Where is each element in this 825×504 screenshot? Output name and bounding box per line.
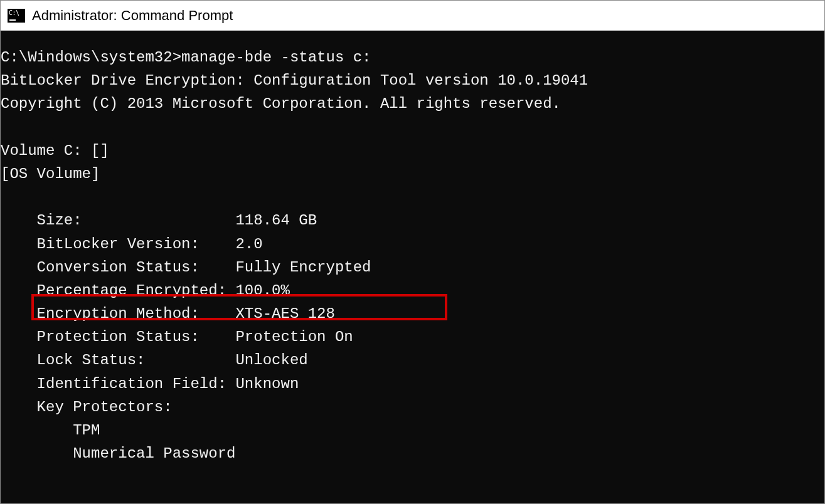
command-prompt-icon bbox=[7, 8, 26, 23]
prompt: C:\Windows\system32> bbox=[1, 49, 181, 66]
lock-status-label: Lock Status: bbox=[37, 352, 146, 369]
identification-field-value: Unknown bbox=[235, 375, 299, 392]
volume-type: [OS Volume] bbox=[1, 165, 100, 182]
protection-status-label: Protection Status: bbox=[37, 328, 200, 345]
conversion-status-label: Conversion Status: bbox=[37, 259, 200, 276]
key-protector-tpm: TPM bbox=[73, 422, 100, 439]
key-protectors-label: Key Protectors: bbox=[37, 399, 173, 416]
percentage-encrypted-value: 100.0% bbox=[235, 282, 289, 299]
bitlocker-version-label: BitLocker Version: bbox=[37, 236, 200, 253]
bitlocker-version-value: 2.0 bbox=[235, 236, 262, 253]
size-label: Size: bbox=[37, 212, 82, 229]
identification-field-label: Identification Field: bbox=[37, 375, 226, 392]
command-prompt-window: Administrator: Command Prompt C:\Windows… bbox=[0, 0, 825, 504]
terminal-output[interactable]: C:\Windows\system32>manage-bde -status c… bbox=[1, 31, 824, 503]
lock-status-value: Unlocked bbox=[235, 352, 307, 369]
encryption-method-label: Encryption Method: bbox=[37, 305, 200, 322]
output-header-1: BitLocker Drive Encryption: Configuratio… bbox=[1, 72, 588, 89]
window-title: Administrator: Command Prompt bbox=[32, 8, 233, 24]
protection-status-value: Protection On bbox=[235, 328, 353, 345]
percentage-encrypted-label: Percentage Encrypted: bbox=[37, 282, 226, 299]
volume-line: Volume C: [] bbox=[1, 142, 109, 159]
conversion-status-value: Fully Encrypted bbox=[235, 259, 371, 276]
titlebar[interactable]: Administrator: Command Prompt bbox=[1, 1, 824, 31]
key-protector-numerical-password: Numerical Password bbox=[73, 445, 235, 462]
size-value: 118.64 GB bbox=[235, 212, 317, 229]
encryption-method-value: XTS-AES 128 bbox=[235, 305, 334, 322]
command-text: manage-bde -status c: bbox=[181, 49, 371, 66]
output-header-2: Copyright (C) 2013 Microsoft Corporation… bbox=[1, 95, 561, 112]
